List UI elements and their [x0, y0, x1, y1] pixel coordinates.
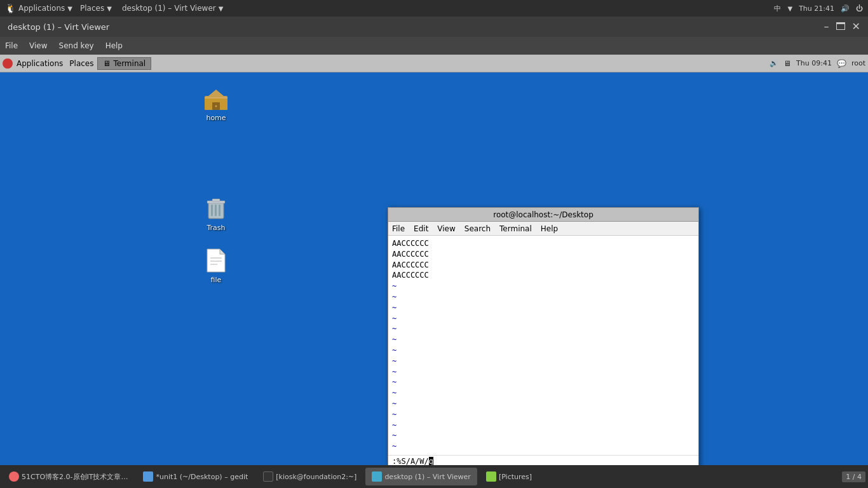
terminal-icon [263, 471, 273, 482]
vim-tilde-1: ~ [392, 281, 695, 292]
taskbar-item-gedit-label: *unit1 (~/Desktop) – gedit [156, 473, 248, 481]
power-icon[interactable]: ⏻ [856, 4, 863, 13]
terminal-btn-label: Terminal [113, 59, 146, 68]
host-apps-icon: 🐧 [5, 3, 16, 13]
trash-desktop-icon[interactable]: Trash [194, 193, 238, 234]
file-svg [203, 248, 229, 273]
vim-tilde-13: ~ [392, 409, 695, 420]
guest-volume-icon[interactable]: 🔊 [770, 59, 778, 67]
minimize-button[interactable]: – [824, 22, 829, 32]
guest-user-label[interactable]: root [851, 59, 865, 67]
vim-tilde-7: ~ [392, 345, 695, 356]
vim-tilde-11: ~ [392, 388, 695, 398]
host-topbar-left: 🐧 Applications ▼ Places ▼ desktop (1) – … [5, 3, 223, 13]
firefox-icon [9, 471, 19, 482]
gnome-logo-icon [3, 58, 13, 69]
pictures-icon [486, 471, 496, 482]
vim-line-4: AACCCCCC [392, 270, 695, 281]
virt-viewer-window: desktop (1) – Virt Viewer – 🗖 ✕ File Vie… [0, 17, 868, 488]
virt-titlebar: desktop (1) – Virt Viewer – 🗖 ✕ [0, 17, 868, 37]
input-chevron: ▼ [787, 5, 792, 12]
host-taskbar-pager: 1 / 4 [842, 471, 865, 482]
host-topbar: 🐧 Applications ▼ Places ▼ desktop (1) – … [0, 0, 868, 17]
term-menu-terminal[interactable]: Terminal [499, 224, 532, 233]
guest-screen[interactable]: Applications Places 🖥 Terminal 🔊 🖥 Thu 0… [0, 55, 868, 488]
term-menu-edit[interactable]: Edit [414, 224, 428, 233]
home-desktop-icon[interactable]: home [194, 83, 238, 125]
menu-view[interactable]: View [29, 41, 47, 50]
taskbar-item-virt[interactable]: desktop (1) – Virt Viewer [365, 468, 477, 485]
host-clock: Thu 21:41 [799, 4, 834, 13]
volume-icon[interactable]: 🔊 [841, 4, 850, 13]
terminal-menubar: File Edit View Search Terminal Help [388, 222, 698, 236]
taskbar-item-gedit[interactable]: *unit1 (~/Desktop) – gedit [137, 468, 254, 485]
host-taskbar: 51CTO博客2.0-原创IT技术文章… *unit1 (~/Desktop) … [0, 465, 868, 488]
vim-tilde-8: ~ [392, 356, 695, 367]
host-pager-label: 1 / 4 [842, 471, 865, 482]
vim-line-2: AACCCCCC [392, 249, 695, 260]
taskbar-item-firefox[interactable]: 51CTO博客2.0-原创IT技术文章… [3, 468, 134, 485]
vim-tilde-6: ~ [392, 334, 695, 345]
host-places-chevron: ▼ [107, 5, 112, 12]
host-topbar-right: 中 ▼ Thu 21:41 🔊 ⏻ [774, 4, 863, 13]
term-menu-view[interactable]: View [437, 224, 455, 233]
taskbar-item-firefox-label: 51CTO博客2.0-原创IT技术文章… [22, 472, 128, 482]
guest-panel-left: Applications Places 🖥 Terminal [3, 57, 151, 70]
close-button[interactable]: ✕ [852, 22, 860, 32]
maximize-button[interactable]: 🗖 [836, 22, 846, 32]
host-apps-label[interactable]: Applications [18, 4, 65, 13]
input-indicator[interactable]: 中 [774, 4, 781, 13]
terminal-vim-window[interactable]: root@localhost:~/Desktop File Edit View … [388, 207, 699, 468]
host-window-chevron: ▼ [219, 5, 224, 12]
host-topbar-chevron: ▼ [67, 5, 72, 12]
vim-cursor: g [429, 457, 433, 466]
virt-title: desktop (1) – Virt Viewer [8, 22, 109, 32]
taskbar-item-virt-label: desktop (1) – Virt Viewer [384, 473, 471, 481]
guest-clock: Thu 09:41 [796, 59, 832, 67]
taskbar-item-terminal[interactable]: [kiosk@foundation2:~] [257, 468, 363, 485]
virt-viewer-icon [372, 471, 382, 482]
host-active-window[interactable]: desktop (1) – Virt Viewer [122, 4, 216, 13]
vim-tilde-15: ~ [392, 430, 695, 441]
vim-tilde-9: ~ [392, 367, 695, 377]
guest-places-label[interactable]: Places [69, 59, 93, 68]
term-menu-file[interactable]: File [392, 224, 405, 233]
term-menu-search[interactable]: Search [465, 224, 491, 233]
vim-tilde-16: ~ [392, 441, 695, 452]
terminal-titlebar: root@localhost:~/Desktop [388, 208, 698, 222]
vim-tilde-10: ~ [392, 377, 695, 388]
host-places-label[interactable]: Places [80, 4, 104, 13]
taskbar-item-pictures[interactable]: [Pictures] [480, 468, 538, 485]
vim-tilde-3: ~ [392, 302, 695, 313]
guest-panel: Applications Places 🖥 Terminal 🔊 🖥 Thu 0… [0, 55, 868, 72]
menu-sendkey[interactable]: Send key [59, 41, 94, 50]
svg-rect-9 [219, 205, 220, 216]
svg-marker-13 [220, 249, 225, 254]
vim-tilde-4: ~ [392, 313, 695, 324]
guest-notification-icon: 💬 [837, 59, 846, 68]
terminal-content[interactable]: AACCCCCC AACCCCCC AACCCCCC AACCCCCC ~ ~ … [388, 236, 698, 467]
menu-file[interactable]: File [5, 41, 18, 50]
svg-marker-3 [208, 90, 224, 96]
home-icon-label: home [206, 114, 226, 122]
guest-apps-label[interactable]: Applications [17, 59, 63, 68]
term-menu-help[interactable]: Help [541, 224, 558, 233]
vim-tilde-2: ~ [392, 292, 695, 302]
svg-point-5 [215, 105, 217, 107]
menu-help[interactable]: Help [105, 41, 123, 50]
vim-tilde-14: ~ [392, 420, 695, 431]
taskbar-item-terminal-label: [kiosk@foundation2:~] [276, 473, 356, 481]
vim-cmdline-text: :%S/A/W/ [392, 457, 429, 466]
taskbar-item-pictures-label: [Pictures] [499, 473, 532, 481]
file-desktop-icon[interactable]: file [194, 245, 238, 287]
trash-svg [203, 196, 229, 221]
svg-rect-7 [211, 205, 213, 216]
virt-menubar: File View Send key Help [0, 37, 868, 55]
guest-terminal-button[interactable]: 🖥 Terminal [97, 57, 151, 70]
vim-line-3: AACCCCCC [392, 260, 695, 271]
file-icon-label: file [211, 276, 222, 284]
vim-tilde-5: ~ [392, 323, 695, 334]
vim-line-1: AACCCCCC [392, 238, 695, 249]
guest-panel-right: 🔊 🖥 Thu 09:41 💬 root [770, 59, 865, 68]
terminal-title: root@localhost:~/Desktop [493, 210, 593, 219]
